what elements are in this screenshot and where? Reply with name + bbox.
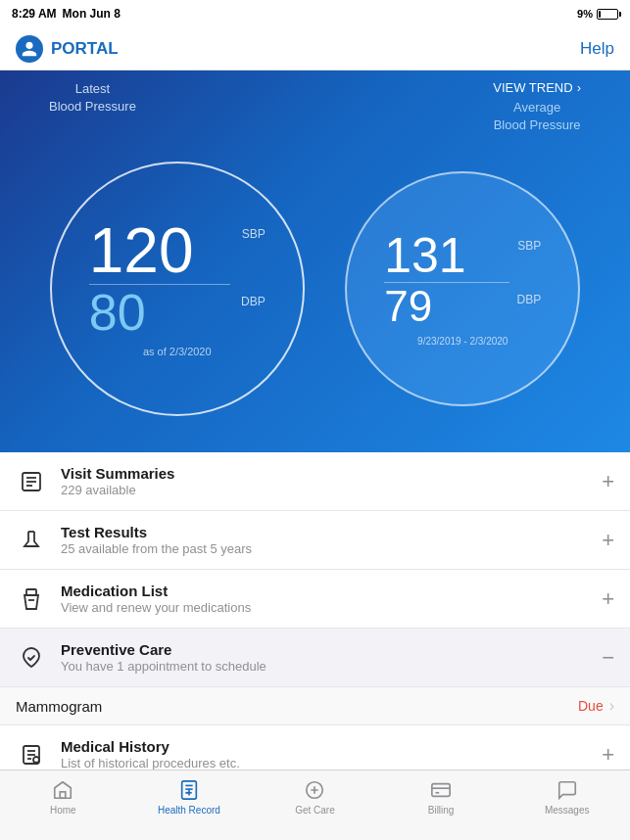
tab-get-care[interactable]: Get Care: [252, 778, 378, 816]
latest-bp-date: as of 2/3/2020: [143, 346, 212, 357]
mammogram-row[interactable]: Mammogram Due ›: [0, 687, 630, 725]
bp-section: LatestBlood Pressure VIEW TREND › Averag…: [0, 70, 630, 452]
visit-summaries-expand[interactable]: +: [602, 469, 614, 494]
help-link[interactable]: Help: [580, 39, 614, 59]
preventive-care-title: Preventive Care: [61, 641, 588, 658]
medical-history-title: Medical History: [61, 738, 588, 755]
latest-bp-circle: 120 SBP 80 DBP as of 2/3/2020: [50, 162, 305, 416]
tab-messages-label: Messages: [545, 805, 590, 816]
avatar: [16, 35, 43, 63]
home-icon: [51, 778, 74, 802]
dbp-label: DBP: [241, 295, 266, 308]
get-care-icon: [303, 778, 326, 802]
test-results-expand[interactable]: +: [602, 528, 614, 553]
avg-bp-circle: 131 SBP 79 DBP 9/23/2019 - 2/3/2020: [345, 171, 580, 406]
test-results-title: Test Results: [61, 524, 588, 540]
preventive-care-expand[interactable]: −: [602, 645, 614, 671]
latest-sbp-value: 120: [89, 219, 194, 282]
health-record-icon: [177, 778, 201, 802]
medical-history-icon: [16, 739, 47, 770]
svg-rect-5: [26, 589, 36, 595]
svg-point-11: [33, 757, 39, 763]
mammogram-due-badge: Due: [578, 698, 604, 714]
list-item-medication[interactable]: Medication List View and renew your medi…: [0, 570, 630, 629]
portal-label[interactable]: PORTAL: [51, 39, 119, 59]
list-item-test-results[interactable]: Test Results 25 available from the past …: [0, 511, 630, 570]
tab-messages[interactable]: Messages: [504, 778, 630, 816]
tab-billing-label: Billing: [428, 805, 455, 816]
view-trend-button[interactable]: VIEW TREND ›: [493, 80, 581, 95]
test-results-icon: [16, 525, 47, 556]
avg-bp-date-range: 9/23/2019 - 2/3/2020: [417, 336, 508, 347]
latest-dbp-value: 80: [89, 287, 146, 338]
mammogram-label: Mammogram: [16, 698, 102, 715]
mammogram-chevron-icon: ›: [609, 697, 614, 715]
tab-bar: Home Health Record Get Care: [0, 770, 630, 840]
avg-sbp-value: 131: [384, 231, 465, 280]
trend-chevron-icon: ›: [577, 80, 581, 95]
avg-sbp-label: SBP: [517, 239, 541, 253]
sbp-label: SBP: [242, 227, 266, 241]
tab-home-label: Home: [50, 805, 76, 816]
medical-history-expand[interactable]: +: [602, 742, 614, 768]
avg-dbp-value: 79: [384, 285, 432, 328]
medication-subtitle: View and renew your medications: [61, 600, 588, 615]
visit-summaries-icon: [16, 466, 47, 497]
battery-percent: 9%: [577, 8, 593, 20]
header-nav: PORTAL Help: [0, 27, 630, 70]
medication-expand[interactable]: +: [602, 586, 614, 612]
svg-rect-12: [61, 792, 67, 798]
medical-history-subtitle: List of historical procedures etc.: [61, 756, 588, 770]
preventive-care-subtitle: You have 1 appointment to schedule: [61, 659, 588, 674]
tab-health-record[interactable]: Health Record: [126, 778, 253, 816]
avg-bp-label: AverageBlood Pressure: [494, 99, 581, 134]
tab-home[interactable]: Home: [0, 778, 126, 816]
visit-summaries-title: Visit Summaries: [61, 465, 588, 482]
visit-summaries-subtitle: 229 available: [61, 483, 588, 497]
list-item-preventive-care[interactable]: Preventive Care You have 1 appointment t…: [0, 629, 630, 687]
medication-title: Medication List: [61, 583, 588, 599]
tab-health-record-label: Health Record: [158, 805, 220, 816]
billing-icon: [429, 778, 453, 802]
medication-icon: [16, 583, 47, 615]
list-item-visit-summaries[interactable]: Visit Summaries 229 available +: [0, 452, 630, 511]
tab-get-care-label: Get Care: [295, 805, 335, 816]
tab-billing[interactable]: Billing: [378, 778, 505, 816]
status-time: 8:29 AM: [12, 7, 57, 21]
status-day: Mon Jun 8: [63, 7, 121, 21]
test-results-subtitle: 25 available from the past 5 years: [61, 541, 588, 556]
status-bar: 8:29 AM Mon Jun 8 9%: [0, 0, 630, 27]
latest-bp-label: LatestBlood Pressure: [49, 80, 136, 116]
svg-rect-20: [432, 784, 450, 797]
avg-dbp-label: DBP: [517, 293, 542, 306]
messages-icon: [556, 778, 579, 802]
preventive-care-icon: [16, 642, 47, 674]
battery-icon: [597, 9, 618, 20]
